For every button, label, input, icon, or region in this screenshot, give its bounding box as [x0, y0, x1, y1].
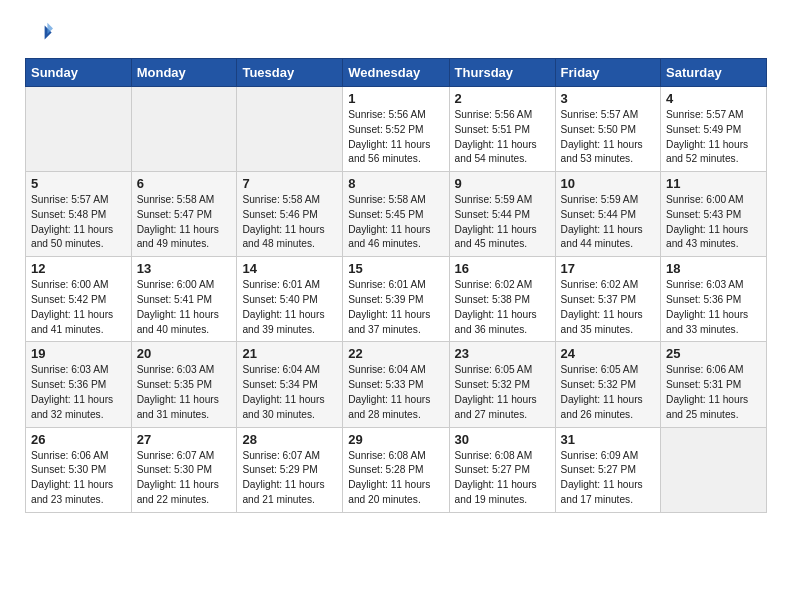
- week-row-3: 12Sunrise: 6:00 AM Sunset: 5:42 PM Dayli…: [26, 257, 767, 342]
- day-info: Sunrise: 6:02 AM Sunset: 5:38 PM Dayligh…: [455, 278, 550, 337]
- day-info: Sunrise: 5:56 AM Sunset: 5:52 PM Dayligh…: [348, 108, 443, 167]
- day-cell: 31Sunrise: 6:09 AM Sunset: 5:27 PM Dayli…: [555, 427, 660, 512]
- day-number: 25: [666, 346, 761, 361]
- day-number: 6: [137, 176, 232, 191]
- day-cell: 11Sunrise: 6:00 AM Sunset: 5:43 PM Dayli…: [661, 172, 767, 257]
- day-cell: 6Sunrise: 5:58 AM Sunset: 5:47 PM Daylig…: [131, 172, 237, 257]
- week-row-2: 5Sunrise: 5:57 AM Sunset: 5:48 PM Daylig…: [26, 172, 767, 257]
- day-number: 8: [348, 176, 443, 191]
- day-info: Sunrise: 6:06 AM Sunset: 5:30 PM Dayligh…: [31, 449, 126, 508]
- day-info: Sunrise: 6:04 AM Sunset: 5:34 PM Dayligh…: [242, 363, 337, 422]
- day-cell: 19Sunrise: 6:03 AM Sunset: 5:36 PM Dayli…: [26, 342, 132, 427]
- day-number: 24: [561, 346, 655, 361]
- day-info: Sunrise: 6:03 AM Sunset: 5:36 PM Dayligh…: [666, 278, 761, 337]
- day-cell: 7Sunrise: 5:58 AM Sunset: 5:46 PM Daylig…: [237, 172, 343, 257]
- day-info: Sunrise: 5:59 AM Sunset: 5:44 PM Dayligh…: [561, 193, 655, 252]
- day-info: Sunrise: 6:05 AM Sunset: 5:32 PM Dayligh…: [455, 363, 550, 422]
- day-number: 18: [666, 261, 761, 276]
- weekday-header-monday: Monday: [131, 59, 237, 87]
- day-info: Sunrise: 6:05 AM Sunset: 5:32 PM Dayligh…: [561, 363, 655, 422]
- day-cell: [26, 87, 132, 172]
- day-cell: 2Sunrise: 5:56 AM Sunset: 5:51 PM Daylig…: [449, 87, 555, 172]
- day-info: Sunrise: 5:58 AM Sunset: 5:46 PM Dayligh…: [242, 193, 337, 252]
- day-cell: 26Sunrise: 6:06 AM Sunset: 5:30 PM Dayli…: [26, 427, 132, 512]
- logo-icon: [25, 20, 53, 48]
- day-number: 30: [455, 432, 550, 447]
- day-cell: 21Sunrise: 6:04 AM Sunset: 5:34 PM Dayli…: [237, 342, 343, 427]
- day-number: 7: [242, 176, 337, 191]
- day-cell: 12Sunrise: 6:00 AM Sunset: 5:42 PM Dayli…: [26, 257, 132, 342]
- day-number: 14: [242, 261, 337, 276]
- day-cell: 18Sunrise: 6:03 AM Sunset: 5:36 PM Dayli…: [661, 257, 767, 342]
- day-cell: 8Sunrise: 5:58 AM Sunset: 5:45 PM Daylig…: [343, 172, 449, 257]
- weekday-header-friday: Friday: [555, 59, 660, 87]
- day-number: 29: [348, 432, 443, 447]
- day-number: 21: [242, 346, 337, 361]
- day-info: Sunrise: 6:01 AM Sunset: 5:39 PM Dayligh…: [348, 278, 443, 337]
- day-info: Sunrise: 6:07 AM Sunset: 5:30 PM Dayligh…: [137, 449, 232, 508]
- header: [25, 20, 767, 48]
- day-info: Sunrise: 6:03 AM Sunset: 5:35 PM Dayligh…: [137, 363, 232, 422]
- day-number: 20: [137, 346, 232, 361]
- day-info: Sunrise: 6:00 AM Sunset: 5:41 PM Dayligh…: [137, 278, 232, 337]
- week-row-1: 1Sunrise: 5:56 AM Sunset: 5:52 PM Daylig…: [26, 87, 767, 172]
- weekday-header-saturday: Saturday: [661, 59, 767, 87]
- day-cell: 13Sunrise: 6:00 AM Sunset: 5:41 PM Dayli…: [131, 257, 237, 342]
- day-cell: 17Sunrise: 6:02 AM Sunset: 5:37 PM Dayli…: [555, 257, 660, 342]
- weekday-header-tuesday: Tuesday: [237, 59, 343, 87]
- day-info: Sunrise: 5:57 AM Sunset: 5:50 PM Dayligh…: [561, 108, 655, 167]
- day-number: 11: [666, 176, 761, 191]
- day-cell: 9Sunrise: 5:59 AM Sunset: 5:44 PM Daylig…: [449, 172, 555, 257]
- day-cell: 24Sunrise: 6:05 AM Sunset: 5:32 PM Dayli…: [555, 342, 660, 427]
- day-number: 9: [455, 176, 550, 191]
- day-cell: 16Sunrise: 6:02 AM Sunset: 5:38 PM Dayli…: [449, 257, 555, 342]
- day-number: 2: [455, 91, 550, 106]
- day-info: Sunrise: 6:08 AM Sunset: 5:28 PM Dayligh…: [348, 449, 443, 508]
- day-info: Sunrise: 5:59 AM Sunset: 5:44 PM Dayligh…: [455, 193, 550, 252]
- weekday-header-row: SundayMondayTuesdayWednesdayThursdayFrid…: [26, 59, 767, 87]
- day-number: 3: [561, 91, 655, 106]
- day-info: Sunrise: 6:09 AM Sunset: 5:27 PM Dayligh…: [561, 449, 655, 508]
- day-info: Sunrise: 6:02 AM Sunset: 5:37 PM Dayligh…: [561, 278, 655, 337]
- day-cell: 22Sunrise: 6:04 AM Sunset: 5:33 PM Dayli…: [343, 342, 449, 427]
- week-row-5: 26Sunrise: 6:06 AM Sunset: 5:30 PM Dayli…: [26, 427, 767, 512]
- day-number: 4: [666, 91, 761, 106]
- day-info: Sunrise: 5:56 AM Sunset: 5:51 PM Dayligh…: [455, 108, 550, 167]
- day-number: 1: [348, 91, 443, 106]
- weekday-header-wednesday: Wednesday: [343, 59, 449, 87]
- logo: [25, 20, 57, 48]
- calendar-table: SundayMondayTuesdayWednesdayThursdayFrid…: [25, 58, 767, 513]
- day-cell: 3Sunrise: 5:57 AM Sunset: 5:50 PM Daylig…: [555, 87, 660, 172]
- day-number: 26: [31, 432, 126, 447]
- day-cell: 1Sunrise: 5:56 AM Sunset: 5:52 PM Daylig…: [343, 87, 449, 172]
- day-info: Sunrise: 5:57 AM Sunset: 5:49 PM Dayligh…: [666, 108, 761, 167]
- day-number: 12: [31, 261, 126, 276]
- week-row-4: 19Sunrise: 6:03 AM Sunset: 5:36 PM Dayli…: [26, 342, 767, 427]
- day-info: Sunrise: 6:08 AM Sunset: 5:27 PM Dayligh…: [455, 449, 550, 508]
- day-cell: 15Sunrise: 6:01 AM Sunset: 5:39 PM Dayli…: [343, 257, 449, 342]
- weekday-header-thursday: Thursday: [449, 59, 555, 87]
- day-cell: [237, 87, 343, 172]
- day-cell: 30Sunrise: 6:08 AM Sunset: 5:27 PM Dayli…: [449, 427, 555, 512]
- day-number: 17: [561, 261, 655, 276]
- day-number: 27: [137, 432, 232, 447]
- day-number: 19: [31, 346, 126, 361]
- day-number: 22: [348, 346, 443, 361]
- day-cell: 25Sunrise: 6:06 AM Sunset: 5:31 PM Dayli…: [661, 342, 767, 427]
- day-info: Sunrise: 6:00 AM Sunset: 5:43 PM Dayligh…: [666, 193, 761, 252]
- day-info: Sunrise: 6:00 AM Sunset: 5:42 PM Dayligh…: [31, 278, 126, 337]
- day-cell: 20Sunrise: 6:03 AM Sunset: 5:35 PM Dayli…: [131, 342, 237, 427]
- day-number: 5: [31, 176, 126, 191]
- day-cell: 28Sunrise: 6:07 AM Sunset: 5:29 PM Dayli…: [237, 427, 343, 512]
- day-number: 16: [455, 261, 550, 276]
- day-info: Sunrise: 5:58 AM Sunset: 5:47 PM Dayligh…: [137, 193, 232, 252]
- day-cell: 29Sunrise: 6:08 AM Sunset: 5:28 PM Dayli…: [343, 427, 449, 512]
- day-info: Sunrise: 6:07 AM Sunset: 5:29 PM Dayligh…: [242, 449, 337, 508]
- day-cell: [661, 427, 767, 512]
- day-cell: [131, 87, 237, 172]
- day-cell: 4Sunrise: 5:57 AM Sunset: 5:49 PM Daylig…: [661, 87, 767, 172]
- day-info: Sunrise: 5:58 AM Sunset: 5:45 PM Dayligh…: [348, 193, 443, 252]
- weekday-header-sunday: Sunday: [26, 59, 132, 87]
- day-cell: 5Sunrise: 5:57 AM Sunset: 5:48 PM Daylig…: [26, 172, 132, 257]
- day-cell: 10Sunrise: 5:59 AM Sunset: 5:44 PM Dayli…: [555, 172, 660, 257]
